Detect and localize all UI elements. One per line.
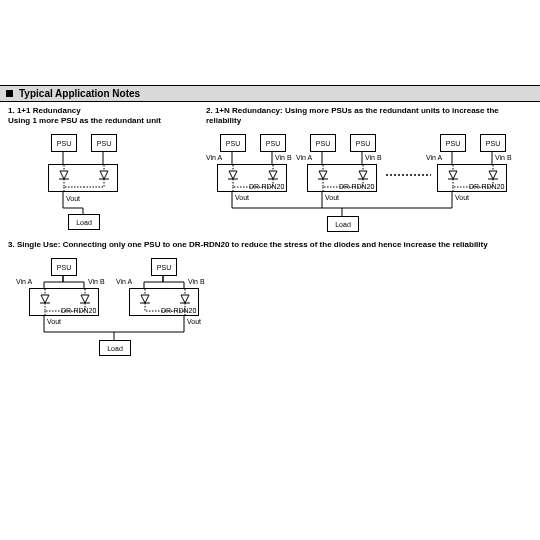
psu-box: PSU	[51, 134, 77, 152]
module-label: DR-RDN20	[161, 307, 196, 314]
load-box: Load	[68, 214, 100, 230]
load-box: Load	[327, 216, 359, 232]
bullet-icon	[6, 90, 13, 97]
psu-box: PSU	[440, 134, 466, 152]
vout-label: Vout	[325, 194, 339, 201]
psu-box: PSU	[220, 134, 246, 152]
psu-box: PSU	[350, 134, 376, 152]
module-label: DR-RDN20	[249, 183, 284, 190]
diode-module	[48, 164, 118, 192]
s1-diagram: PSU PSU Vout	[8, 130, 178, 235]
vinA-label: Vin A	[296, 154, 312, 161]
module-label: DR-RDN20	[469, 183, 504, 190]
vinA-label: Vin A	[16, 278, 32, 285]
vinB-label: Vin B	[188, 278, 205, 285]
vinB-label: Vin B	[88, 278, 105, 285]
vout-label: Vout	[455, 194, 469, 201]
psu-box: PSU	[260, 134, 286, 152]
psu-box: PSU	[480, 134, 506, 152]
section-title: Typical Application Notes	[0, 85, 540, 102]
vout-label: Vout	[47, 318, 61, 325]
vout-label: Vout	[66, 195, 80, 202]
module-label: DR-RDN20	[61, 307, 96, 314]
s1-heading: 1. 1+1 Redundancy Using 1 more PSU as th…	[8, 106, 198, 126]
s2-diagram: PSU PSU Vin A Vin B DR-RDN20 Vout PSU PS…	[206, 130, 536, 240]
s3-diagram: PSU Vin A Vin B DR-RDN20 Vout PSU Vin A …	[8, 254, 268, 364]
s2-heading: 2. 1+N Redundancy: Using more PSUs as th…	[206, 106, 536, 126]
load-box: Load	[99, 340, 131, 356]
vinB-label: Vin B	[495, 154, 512, 161]
psu-box: PSU	[151, 258, 177, 276]
psu-box: PSU	[91, 134, 117, 152]
title-text: Typical Application Notes	[19, 88, 140, 99]
psu-box: PSU	[310, 134, 336, 152]
vinA-label: Vin A	[206, 154, 222, 161]
s3-heading: 3. Single Use: Connecting only one PSU t…	[8, 240, 532, 250]
vinA-label: Vin A	[426, 154, 442, 161]
vinB-label: Vin B	[275, 154, 292, 161]
vinA-label: Vin A	[116, 278, 132, 285]
vout-label: Vout	[187, 318, 201, 325]
psu-box: PSU	[51, 258, 77, 276]
vinB-label: Vin B	[365, 154, 382, 161]
module-label: DR-RDN20	[339, 183, 374, 190]
vout-label: Vout	[235, 194, 249, 201]
